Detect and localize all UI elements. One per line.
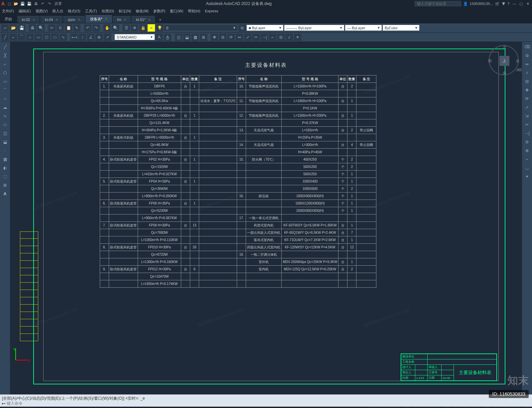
undo-icon[interactable]: ↶ [40,1,45,6]
lineweight-dropdown[interactable]: — ByLayer▾ [345,25,382,31]
rotate2-icon[interactable]: ⟳ [523,95,531,102]
layer-icon[interactable]: ☰ [123,24,130,32]
menu-item[interactable]: 插入(I) [52,9,63,14]
tab-close-icon[interactable]: × [33,18,35,22]
command-input[interactable] [7,401,530,406]
menu-item[interactable]: 文件(F) [2,9,14,14]
tab-close-icon[interactable]: × [56,18,58,22]
dim-v-icon[interactable]: ↕ [79,34,86,41]
save-icon[interactable]: 💾 [20,1,25,6]
plot-icon[interactable]: 🖶 [33,1,39,6]
gradient-icon[interactable]: ◐ [1,164,9,172]
dim-h-icon[interactable]: ⟷ [70,34,78,41]
hatch2-icon[interactable]: ▦ [1,156,9,163]
menu-item[interactable]: 帮助(H) [188,9,200,14]
spline2-icon[interactable]: ∿ [1,112,9,120]
block2-icon[interactable]: ⬓ [1,138,9,146]
point-icon[interactable]: · [1,147,9,154]
fillet2-icon[interactable]: ◡ [523,164,531,172]
open-icon[interactable]: 📂 [13,1,19,6]
dim-leader-icon[interactable]: ↗ [104,34,111,41]
extend-icon[interactable]: →| [261,34,268,41]
command-line[interactable]: ▸▪ [2,401,530,406]
menu-item[interactable]: 视图(V) [36,9,48,14]
ellipse2-icon[interactable]: ⬭ [1,121,9,128]
move-icon[interactable]: ✥ [211,34,218,41]
layer-lock-icon[interactable]: 🔒 [139,24,147,32]
layer-color-icon[interactable]: ■ [148,24,155,32]
textstyle-dropdown[interactable]: STANDARD▾ [115,34,155,40]
color-bylayer-dropdown[interactable]: ■ ByLayer▾ [247,25,283,31]
hatch-icon[interactable]: ▦ [192,34,199,41]
scale2-icon[interactable]: ⤢ [523,104,531,111]
insert2-icon[interactable]: ◫ [1,130,9,137]
line-icon[interactable]: ╱ [1,43,9,51]
copy3-icon[interactable]: ⧉ [523,52,531,59]
table2-icon[interactable]: ⊞ [1,182,9,189]
redo-icon[interactable]: ↷ [47,1,52,6]
text-tool-icon[interactable]: A [156,34,163,41]
minimize-icon[interactable]: — [511,1,517,6]
linetype-dropdown[interactable]: ——— ByLayer▾ [284,25,344,31]
move2-icon[interactable]: ✥ [523,86,531,94]
user-name[interactable]: 1505999135... [470,2,493,6]
cut-icon[interactable]: ✂ [48,24,56,32]
explode2-icon[interactable]: ✶ [523,173,531,180]
tab-close-icon[interactable]: × [78,18,80,22]
xline-icon[interactable]: ╳ [1,52,9,59]
menu-item[interactable]: 窗口(W) [170,9,183,14]
trim2-icon[interactable]: ✂ [523,121,531,128]
tab-add[interactable]: + [156,16,164,23]
tab-start[interactable]: 开始 [0,15,17,23]
file-tab[interactable]: fm× [113,16,131,23]
erase-icon[interactable]: ⌫ [523,43,531,51]
help-search-input[interactable] [415,1,461,6]
layer-on-icon[interactable]: 💡 [156,24,163,32]
menu-item[interactable]: 修改(M) [136,9,149,14]
tab-close-icon[interactable]: × [148,18,150,22]
new-doc-icon[interactable]: ▱ [1,24,9,32]
block-icon[interactable]: ◫ [175,34,182,41]
file-tab[interactable]: sjsm× [63,16,85,23]
insert-icon[interactable]: ⬓ [183,34,191,41]
menu-item[interactable]: 参数(P) [153,9,166,14]
layer-dropdown[interactable]: 0▾ [164,25,237,31]
break-icon[interactable]: ⊘ [523,138,531,146]
print-icon[interactable]: 🖶 [29,24,36,32]
copy2-icon[interactable]: ⧉ [219,34,226,41]
polygon-tool-icon[interactable]: ⬡ [43,34,50,41]
undo2-icon[interactable]: ↶ [84,24,91,32]
plotstyle-dropdown[interactable]: ByColor▾ [383,25,419,31]
user-icon[interactable]: 👤 [463,2,468,6]
file-tab[interactable]: kt-01*× [131,16,155,23]
join-icon[interactable]: ⊕ [523,147,531,154]
zoom-icon[interactable]: 🔍 [112,24,119,32]
preview-icon[interactable]: 🔍 [37,24,45,32]
circle2-icon[interactable]: ○ [1,95,9,102]
region-icon[interactable]: ⬚ [1,173,9,180]
arc-tool-icon[interactable]: ⌒ [18,34,25,41]
rect2-icon[interactable]: ▭ [1,78,9,85]
layer-props-icon[interactable]: ⧉ [238,24,246,32]
arc2-icon[interactable]: ⌒ [1,86,9,94]
new-icon[interactable]: ▢ [7,1,12,6]
tab-close-icon[interactable]: × [105,17,107,22]
pline-tool-icon[interactable]: ⌐ [10,34,17,41]
app-menu-icon[interactable]: ⯆ [502,2,505,6]
menu-item[interactable]: 标注(N) [119,9,131,14]
scale-icon[interactable]: ⤢ [244,34,251,41]
chamfer-icon[interactable]: ⌐ [523,156,531,163]
maximize-icon[interactable]: ▢ [518,1,524,6]
array2-icon[interactable]: ⊟ [523,78,531,85]
open-doc-icon[interactable]: 📂 [10,24,17,32]
array-icon[interactable]: ⊟ [277,34,285,41]
table-icon[interactable]: ⊞ [200,34,207,41]
mtext2-icon[interactable]: A [1,190,9,198]
menu-item[interactable]: 编辑(E) [19,9,31,14]
saveas-icon[interactable]: 💾 [27,1,32,6]
pan-icon[interactable]: ✋ [103,24,111,32]
polygon2-icon[interactable]: ⬡ [1,69,9,76]
fillet-icon[interactable]: ⌐ [269,34,276,41]
save-doc-icon[interactable]: 💾 [18,24,25,32]
rotate-icon[interactable]: ⟳ [227,34,235,41]
